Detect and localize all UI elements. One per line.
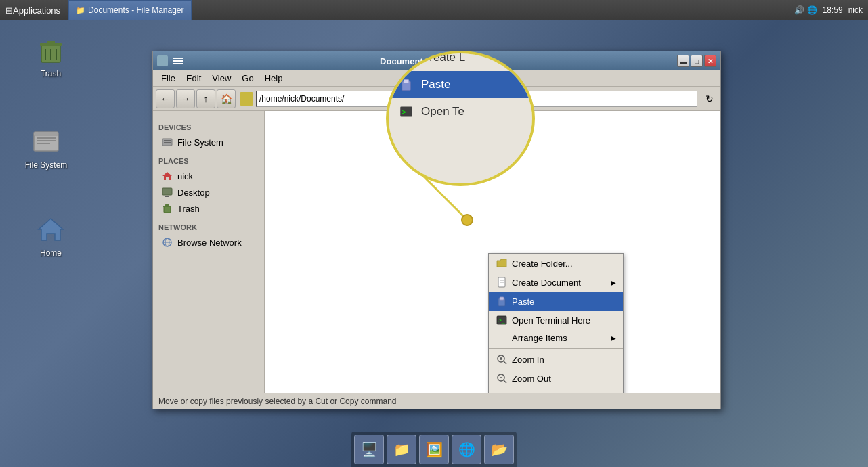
ctx-zoom-out[interactable]: Zoom Out	[489, 369, 623, 388]
sidebar-item-trash[interactable]: Trash	[153, 200, 264, 217]
magnifier-content: Create L Paste >_ Open Te	[389, 51, 532, 186]
svg-rect-9	[37, 140, 56, 141]
home-icon	[35, 213, 67, 246]
ctx-zoom-in-label: Zoom In	[512, 355, 544, 365]
sidebar-section-places: PLACES	[153, 154, 264, 168]
window-menu-button[interactable]	[172, 55, 188, 67]
desktop-sidebar-icon	[161, 186, 173, 198]
svg-marker-18	[162, 172, 172, 180]
desktop-icon-home[interactable]: Home	[24, 213, 78, 258]
svg-text:>_: >_	[402, 108, 411, 116]
svg-rect-8	[37, 137, 56, 139]
ctx-create-doc[interactable]: Create Document ▶	[489, 273, 623, 292]
desktop-icon-filesystem[interactable]: File System	[19, 125, 73, 170]
statusbar: Move or copy files previously selected b…	[153, 393, 720, 409]
menu-file[interactable]: File	[156, 72, 181, 85]
mag-item-terminal: >_ Open Te	[389, 98, 532, 125]
maximize-button[interactable]: □	[691, 55, 703, 67]
close-icon: ✕	[708, 58, 713, 65]
nick-sidebar-label: nick	[177, 171, 193, 181]
username: nick	[848, 5, 863, 15]
svg-rect-21	[164, 206, 171, 213]
sidebar-item-desktop[interactable]: Desktop	[153, 184, 264, 200]
ctx-create-doc-arrow: ▶	[611, 279, 616, 286]
ctx-arrange-arrow: ▶	[611, 334, 616, 342]
ctx-zoom-in[interactable]: Zoom In	[489, 350, 623, 369]
applications-label: Applications	[13, 5, 60, 16]
network-sidebar-icon	[161, 236, 173, 248]
ctx-open-terminal-label: Open Terminal Here	[512, 315, 590, 326]
back-button[interactable]: ←	[156, 89, 175, 108]
svg-rect-2	[47, 41, 55, 43]
dock-icon-5: 📂	[491, 441, 508, 458]
trash-sidebar-icon	[161, 202, 173, 215]
ctx-paste[interactable]: Paste	[489, 292, 623, 311]
ctx-create-folder[interactable]: Create Folder...	[489, 254, 623, 273]
ctx-paste-label: Paste	[512, 296, 534, 307]
mag-item-paste: Paste	[389, 71, 532, 98]
dock-item-4[interactable]: 🌐	[452, 435, 481, 464]
svg-rect-16	[164, 140, 171, 141]
trash-sidebar-label: Trash	[177, 204, 200, 214]
svg-rect-7	[34, 132, 58, 136]
ctx-normal-size[interactable]: Normal Size	[489, 388, 623, 393]
mag-create-icon	[398, 51, 414, 66]
taskbar-window-title: Documents - File Manager	[88, 5, 183, 15]
sidebar-item-filesystem[interactable]: File System	[153, 134, 264, 150]
svg-rect-49	[404, 80, 409, 83]
svg-rect-31	[500, 297, 504, 300]
svg-text:>_: >_	[498, 317, 505, 324]
mag-terminal-label: Open Te	[421, 105, 464, 118]
bottom-dock: 🖥️ 📁 🖼️ 🌐 📂	[351, 432, 517, 467]
menu-go[interactable]: Go	[236, 72, 259, 85]
forward-button[interactable]: →	[176, 89, 195, 108]
svg-line-39	[504, 380, 506, 383]
dock-item-3[interactable]: 🖼️	[419, 435, 449, 464]
nick-sidebar-icon	[161, 170, 173, 182]
sidebar-item-network[interactable]: Browse Network	[153, 234, 264, 250]
forward-icon: →	[181, 93, 190, 104]
up-button[interactable]: ↑	[196, 89, 215, 108]
ctx-create-folder-label: Create Folder...	[512, 259, 573, 269]
close-button[interactable]: ✕	[704, 55, 716, 67]
minimize-icon: ▬	[680, 58, 687, 65]
menu-view[interactable]: View	[207, 72, 236, 85]
dock-item-5[interactable]: 📂	[484, 435, 514, 464]
mag-paste-label: Paste	[421, 78, 450, 91]
mag-item-create: Create L	[389, 51, 532, 71]
desktop-icon-trash[interactable]: Trash	[24, 34, 78, 79]
ctx-terminal-icon: >_	[496, 314, 508, 326]
svg-rect-22	[163, 206, 171, 207]
ctx-normal-size-icon	[496, 391, 508, 393]
dock-item-2[interactable]: 📁	[387, 435, 416, 464]
menu-edit[interactable]: Edit	[181, 72, 207, 85]
filesystem-label: File System	[25, 160, 68, 170]
minimize-button[interactable]: ▬	[677, 55, 689, 67]
menu-help[interactable]: Help	[259, 72, 288, 85]
dock-icon-3: 🖼️	[426, 441, 443, 458]
home-label: Home	[40, 248, 62, 258]
ctx-doc-icon	[496, 276, 508, 288]
context-menu: Create Folder... Create Document ▶	[488, 253, 624, 393]
ctx-zoom-out-icon	[496, 372, 508, 384]
dock-item-1[interactable]: 🖥️	[354, 435, 384, 464]
ctx-open-terminal[interactable]: >_ Open Terminal Here	[489, 311, 623, 330]
ctx-normal-size-label: Normal Size	[512, 393, 560, 393]
ctx-arrange[interactable]: Arrange Items ▶	[489, 330, 623, 347]
network-sidebar-label: Browse Network	[177, 238, 242, 248]
ctx-arrange-label: Arrange Items	[512, 333, 567, 343]
titlebar-icon	[157, 55, 168, 66]
svg-rect-12	[173, 58, 183, 59]
sidebar-section-network: NETWORK	[153, 221, 264, 234]
applications-menu[interactable]: ⊞ Applications	[0, 0, 66, 20]
maximize-icon: □	[695, 58, 699, 65]
home-nav-button[interactable]: 🏠	[217, 89, 236, 108]
refresh-button[interactable]: ↻	[701, 91, 718, 107]
filesystem-sidebar-label: File System	[177, 137, 223, 148]
sidebar-item-nick[interactable]: nick	[153, 168, 264, 184]
up-icon: ↑	[204, 93, 209, 104]
taskbar-window-button[interactable]: 📁 Documents - File Manager	[68, 0, 191, 20]
trash-icon	[35, 34, 67, 66]
svg-rect-14	[173, 63, 183, 64]
svg-rect-23	[165, 204, 169, 206]
